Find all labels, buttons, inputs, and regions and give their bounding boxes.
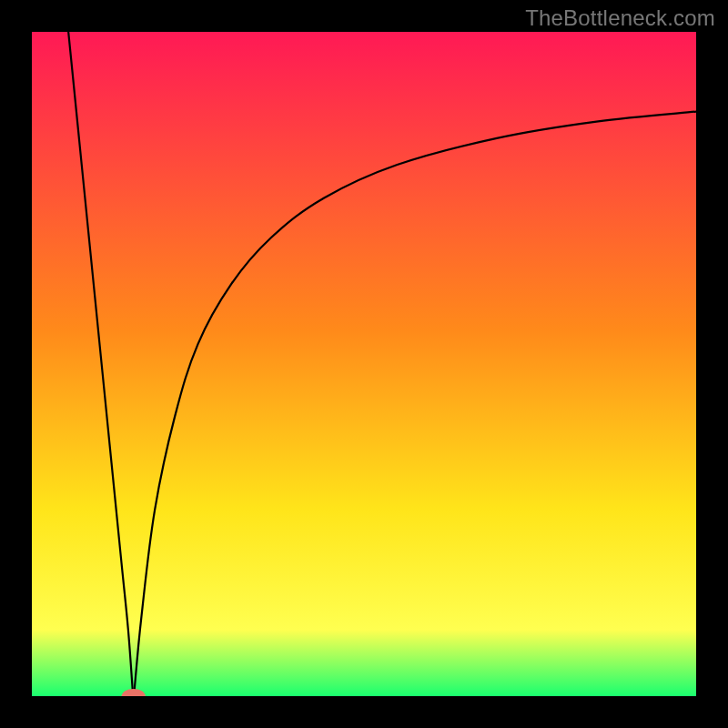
watermark-text: TheBottleneck.com — [525, 5, 715, 31]
plot-area — [32, 32, 696, 696]
gradient-background — [32, 32, 696, 696]
chart-frame: TheBottleneck.com — [0, 0, 728, 728]
chart-svg — [32, 32, 696, 696]
